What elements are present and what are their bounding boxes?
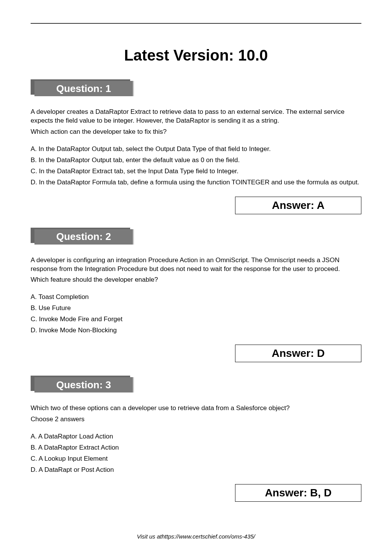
prompt-line: A developer creates a DataRaptor Extract… (31, 108, 361, 125)
prompt-line: A developer is configuring an integratio… (31, 256, 361, 274)
answer-text: Answer: B, D (265, 487, 332, 499)
footer-text: Visit us athttps://www.certschief.com/om… (0, 533, 392, 540)
question-header-2: Question: 2 (31, 228, 361, 245)
option-c: C. A Lookup Input Element (31, 455, 361, 463)
answer-wrap-1: Answer: A (31, 197, 361, 214)
option-c: C. In the DataRaptor Extract tab, set th… (31, 167, 361, 176)
question-bar-label: Question: 1 (34, 81, 134, 96)
prompt-line: Choose 2 answers (31, 415, 361, 424)
version-title: Latest Version: 10.0 (31, 47, 361, 64)
option-d: D. In the DataRaptor Formula tab, define… (31, 178, 361, 187)
answer-wrap-3: Answer: B, D (31, 484, 361, 502)
option-a: A. Toast Completion (31, 293, 361, 302)
answer-text: Answer: A (272, 199, 324, 211)
question-2-options: A. Toast Completion B. Use Future C. Inv… (31, 293, 361, 335)
page-container: Latest Version: 10.0 Question: 1 A devel… (0, 0, 392, 555)
option-b: B. In the DataRaptor Output tab, enter t… (31, 156, 361, 165)
question-3-options: A. A DataRaptor Load Action B. A DataRap… (31, 432, 361, 475)
answer-wrap-2: Answer: D (31, 345, 361, 362)
question-header-1: Question: 1 (31, 79, 361, 96)
question-3-prompt: Which two of these options can a develop… (31, 404, 361, 424)
prompt-line: Which action can the developer take to f… (31, 128, 361, 136)
question-bar-label: Question: 2 (34, 229, 134, 245)
prompt-line: Which feature should the developer enabl… (31, 276, 361, 284)
question-2-prompt: A developer is configuring an integratio… (31, 256, 361, 285)
answer-box-1: Answer: A (235, 197, 361, 214)
top-rule (31, 23, 361, 24)
answer-box-2: Answer: D (235, 345, 361, 362)
option-a: A. A DataRaptor Load Action (31, 432, 361, 441)
answer-box-3: Answer: B, D (235, 484, 361, 502)
option-a: A. In the DataRaptor Output tab, select … (31, 145, 361, 154)
question-1-prompt: A developer creates a DataRaptor Extract… (31, 108, 361, 136)
answer-text: Answer: D (272, 347, 325, 359)
option-b: B. A DataRaptor Extract Action (31, 443, 361, 452)
option-c: C. Invoke Mode Fire and Forget (31, 315, 361, 324)
question-header-3: Question: 3 (31, 376, 361, 392)
prompt-line: Which two of these options can a develop… (31, 404, 361, 413)
question-1-options: A. In the DataRaptor Output tab, select … (31, 145, 361, 187)
question-bar-label: Question: 3 (34, 377, 134, 392)
option-d: D. A DataRapt or Post Action (31, 466, 361, 475)
option-d: D. Invoke Mode Non-Blocking (31, 326, 361, 335)
option-b: B. Use Future (31, 304, 361, 313)
